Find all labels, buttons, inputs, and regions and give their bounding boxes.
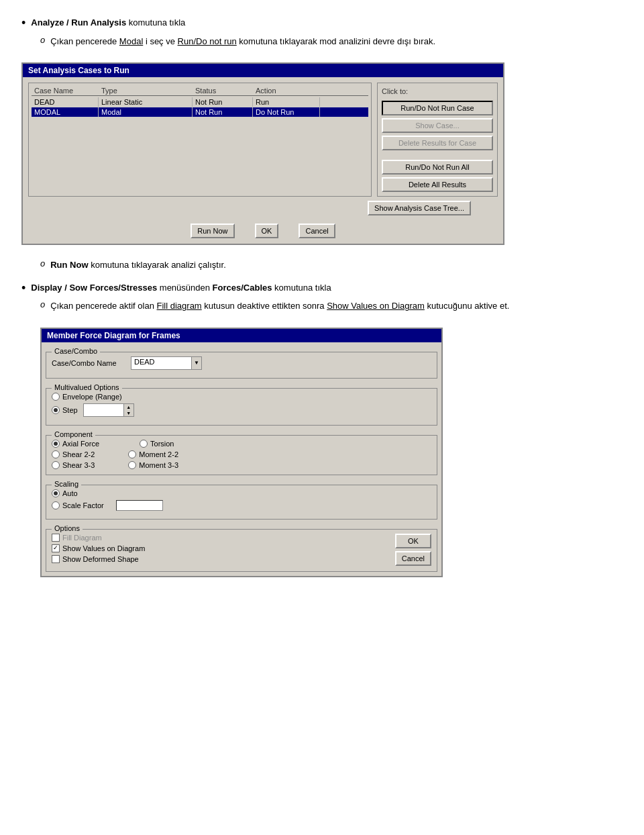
show-deformed-item[interactable]: Show Deformed Shape [52, 555, 382, 563]
table-header-row: Case Name Type Status Action [32, 86, 368, 96]
delete-all-results-button[interactable]: Delete All Results [382, 177, 493, 192]
show-values-checkbox[interactable] [52, 544, 60, 552]
run-now-o: o [40, 258, 45, 268]
ok-button[interactable]: OK [255, 224, 279, 238]
envelope-radio[interactable] [52, 393, 60, 401]
spinner-down-icon[interactable]: ▼ [124, 410, 133, 416]
analyze-run-bold: Analyze / Run Analysis [31, 17, 126, 28]
step-spinner[interactable]: 1 ▲ ▼ [83, 403, 134, 417]
torsion-radio[interactable] [140, 440, 148, 448]
shear-33-radio[interactable] [52, 461, 60, 469]
shear-33-label: Shear 3-3 [62, 461, 95, 469]
scaling-group: Scaling Auto Scale Factor [46, 485, 437, 520]
auto-radio[interactable] [52, 489, 60, 497]
bullet-item-2: • Display / Sow Forces/Stresses menüsünd… [21, 281, 623, 296]
shear-22-label: Shear 2-2 [62, 450, 95, 458]
step-input[interactable]: 1 [83, 403, 123, 417]
axial-force-radio-item[interactable]: Axial Force [52, 440, 99, 448]
show-deformed-checkbox[interactable] [52, 555, 60, 563]
case-combo-group: Case/Combo Case/Combo Name DEAD ▼ [46, 352, 437, 379]
moment-22-radio-item[interactable]: Moment 2-2 [128, 450, 178, 458]
force-dialog-title: Member Force Diagram for Frames [42, 329, 441, 342]
auto-label: Auto [62, 489, 78, 497]
sub-bullet-2: o Çıkan pencerede aktif olan Fill diagra… [40, 299, 623, 313]
show-values-item[interactable]: Show Values on Diagram [52, 544, 382, 552]
envelope-radio-item[interactable]: Envelope (Range) [52, 393, 122, 401]
sub-bullet-text-2: Çıkan pencerede aktif olan Fill diagram … [50, 299, 509, 313]
col-header-status: Status [193, 86, 253, 95]
cell-status-2: Not Run [193, 107, 253, 117]
torsion-label: Torsion [150, 440, 174, 448]
scale-factor-radio[interactable] [52, 501, 60, 509]
fill-diagram-item[interactable]: Fill Diagram [52, 534, 382, 542]
display-sow-bold: Display / Sow Forces/Stresses [31, 283, 157, 293]
moment-22-radio[interactable] [128, 450, 136, 458]
table-row[interactable]: MODAL Modal Not Run Do Not Run [32, 107, 368, 117]
run-now-button[interactable]: Run Now [191, 224, 234, 238]
col-header-action: Action [253, 86, 320, 95]
run-do-not-run-link: Run/Do not run [178, 36, 237, 46]
case-combo-dropdown[interactable]: DEAD ▼ [131, 356, 202, 370]
cell-action-2: Do Not Run [253, 107, 320, 117]
show-deformed-label: Show Deformed Shape [62, 555, 139, 563]
shear-33-radio-item[interactable]: Shear 3-3 [52, 461, 95, 469]
component-row-1: Axial Force Torsion [52, 440, 431, 448]
shear-22-radio-item[interactable]: Shear 2-2 [52, 450, 95, 458]
analysis-cases-dialog: Set Analysis Cases to Run Case Name Type… [21, 62, 504, 245]
analyze-run-text: komutuna tıkla [129, 17, 186, 28]
cancel-button[interactable]: Cancel [299, 224, 335, 238]
component-group: Component Axial Force Torsion [46, 435, 437, 475]
click-to-label: Click to: [382, 87, 493, 95]
sub-bullet-1: o Çıkan pencerede Modal i seç ve Run/Do … [40, 35, 623, 48]
scale-factor-input[interactable] [116, 500, 163, 511]
scale-factor-radio-item[interactable]: Scale Factor [52, 501, 104, 509]
multivalued-label: Multivalued Options [52, 383, 122, 391]
force-cancel-button[interactable]: Cancel [395, 551, 431, 566]
moment-33-radio[interactable] [128, 461, 136, 469]
sub2-suffix: kutucuğunu aktive et. [425, 301, 509, 311]
force-ok-button[interactable]: OK [395, 534, 431, 548]
scaling-group-label: Scaling [52, 480, 81, 488]
moment-33-label: Moment 3-3 [139, 461, 178, 469]
cell-action-1: Run [253, 97, 320, 107]
auto-radio-item[interactable]: Auto [52, 489, 78, 497]
show-values-link: Show Values on Diagram [327, 301, 425, 311]
cell-type-1: Linear Static [99, 97, 193, 107]
options-group: Options Fill Diagram Show Values on Diag… [46, 529, 437, 572]
show-analysis-tree-button[interactable]: Show Analysis Case Tree... [368, 201, 471, 215]
step-radio-item[interactable]: Step [52, 406, 78, 414]
fill-diagram-checkbox[interactable] [52, 534, 60, 542]
show-case-button[interactable]: Show Case... [382, 118, 493, 133]
step-radio[interactable] [52, 406, 60, 414]
show-values-label: Show Values on Diagram [62, 544, 145, 552]
bullet-section-1: • Analyze / Run Analysis komutuna tıkla … [21, 16, 623, 48]
run-now-rest: komutuna tıklayarak analizi çalıştır. [91, 260, 226, 270]
spinner-up-icon[interactable]: ▲ [124, 404, 133, 410]
analysis-dialog-title: Set Analysis Cases to Run [23, 64, 503, 77]
sub-bullet-text-1: Çıkan pencerede Modal i seç ve Run/Do no… [50, 35, 435, 48]
scaling-auto-row: Auto [52, 489, 431, 497]
sub-bullet-o-2: o [40, 299, 45, 309]
force-dialog-container: Member Force Diagram for Frames Case/Com… [40, 321, 623, 584]
cell-case-2: MODAL [32, 107, 99, 117]
shear-22-radio[interactable] [52, 450, 60, 458]
moment-33-radio-item[interactable]: Moment 3-3 [128, 461, 178, 469]
run-not-run-case-button[interactable]: Run/Do Not Run Case [382, 101, 493, 115]
dropdown-arrow-icon[interactable]: ▼ [191, 356, 202, 370]
table-row[interactable]: DEAD Linear Static Not Run Run [32, 97, 368, 107]
case-combo-name-label: Case/Combo Name [52, 359, 125, 367]
axial-force-radio[interactable] [52, 440, 60, 448]
analysis-main-row: Case Name Type Status Action DEAD Linear… [28, 83, 498, 197]
step-row: Step 1 ▲ ▼ [52, 403, 431, 417]
sub2-prefix: Çıkan pencerede aktif olan [50, 301, 156, 311]
delete-results-case-button[interactable]: Delete Results for Case [382, 136, 493, 150]
col-header-case: Case Name [32, 86, 99, 95]
bullet-text-2: Display / Sow Forces/Stresses menüsünden… [31, 281, 331, 295]
fill-diagram-label: Fill Diagram [62, 534, 102, 542]
display-sow-text2: komutuna tıkla [274, 283, 331, 293]
step-label: Step [62, 406, 78, 414]
torsion-radio-item[interactable]: Torsion [140, 440, 174, 448]
spinner-buttons[interactable]: ▲ ▼ [123, 403, 134, 417]
run-not-run-all-button[interactable]: Run/Do Not Run All [382, 160, 493, 175]
bullet-dot-2: • [21, 281, 25, 296]
